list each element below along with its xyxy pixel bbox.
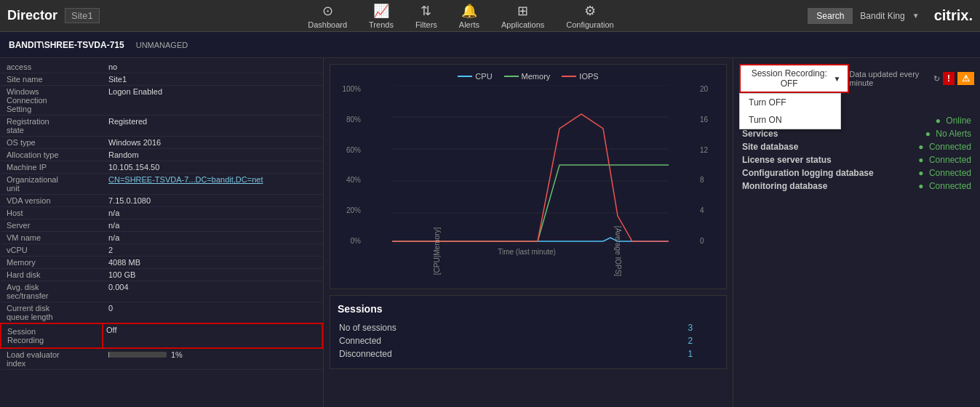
label-server: Server	[1, 219, 103, 232]
chart-legend: CPU Memory IOPS	[338, 72, 719, 81]
y-tick-right: 20	[700, 85, 708, 93]
value-memory: 4088 MB	[103, 257, 322, 269]
dropdown-turn-off[interactable]: Turn OFF	[740, 94, 840, 111]
sessions-panel: Sessions No of sessions 3 Connected 2 Di…	[330, 295, 727, 369]
y-axis-right: 20 16 12 8 4 0	[697, 85, 719, 245]
search-button[interactable]: Search	[808, 8, 853, 24]
value-vda-version: 7.15.0.1080	[103, 195, 322, 207]
label-windows-connection: WindowsConnectionSetting	[1, 86, 103, 116]
left-panel: access no Site name Site1 WindowsConnect…	[0, 58, 324, 407]
value-session-recording: Off	[103, 323, 322, 348]
table-row: Allocation type Random	[1, 149, 322, 161]
session-recording-row: SessionRecording Off	[1, 323, 322, 348]
legend-cpu: CPU	[458, 72, 492, 81]
unmanaged-badge: UNMANAGED	[136, 41, 188, 49]
label-os-type: OS type	[1, 137, 103, 149]
nav-alerts-label: Alerts	[459, 20, 479, 29]
table-row: Organizationalunit CN=SHREE-TSVDA-7...DC…	[1, 174, 322, 195]
label-machine-ip: Machine IP	[1, 161, 103, 174]
sessions-table: No of sessions 3 Connected 2 Disconnecte…	[338, 321, 719, 361]
status-dot-license: ●	[918, 155, 923, 165]
progress-bar-track	[108, 352, 167, 358]
label-host: Host	[1, 207, 103, 219]
chevron-down-icon: ▼	[833, 75, 840, 83]
filters-icon: ⇅	[421, 3, 431, 19]
y-tick-right: 16	[700, 116, 708, 124]
dashboard-icon: ⊙	[322, 3, 333, 19]
status-row-monitoring-db: Monitoring database ● Connected	[739, 180, 974, 193]
nav-configuration[interactable]: ⚙ Configuration	[566, 3, 613, 29]
sessions-value-disconnected: 1	[688, 348, 717, 360]
user-name: Bandit King	[860, 11, 904, 21]
nav-alerts[interactable]: 🔔 Alerts	[459, 3, 479, 29]
value-site-name: Site1	[103, 73, 322, 86]
nav-trends[interactable]: 📈 Trends	[369, 3, 394, 29]
status-value-monitoring-db: ● Connected	[885, 180, 974, 193]
alert-button[interactable]: !	[943, 72, 955, 85]
session-recording-button-label: Session Recording: OFF	[748, 68, 830, 89]
warning-button[interactable]: ⚠	[957, 72, 974, 85]
nav-filters-label: Filters	[415, 20, 437, 29]
sessions-row-disconnected: Disconnected 1	[339, 348, 717, 360]
status-label-monitoring-db: Monitoring database	[739, 180, 885, 193]
status-value-status: ● Online	[885, 114, 974, 127]
nav-filters[interactable]: ⇅ Filters	[415, 3, 437, 29]
nav-applications[interactable]: ⊞ Applications	[501, 3, 544, 29]
y-axis-left-label: [CPU|Memory]	[433, 227, 442, 275]
label-memory: Memory	[1, 257, 103, 269]
table-row: vCPU 2	[1, 244, 322, 257]
status-value-config-logging: ● Connected	[885, 166, 974, 180]
value-host: n/a	[103, 207, 322, 219]
status-online-text: Online	[946, 116, 971, 126]
nav-right: Search Bandit King ▼ citrix.	[808, 7, 973, 24]
value-registration-state: Registered	[103, 116, 322, 137]
status-license-text: Connected	[929, 155, 971, 165]
table-row: VDA version 7.15.0.1080	[1, 195, 322, 207]
y-axis-right-label: [Average IOPS]	[613, 226, 622, 276]
y-tick: 60%	[346, 146, 361, 154]
chart-svg	[364, 85, 697, 245]
trends-icon: 📈	[373, 3, 389, 19]
middle-panel: CPU Memory IOPS 100% 80% 60% 40%	[324, 58, 733, 407]
y-tick-right: 12	[700, 146, 708, 154]
table-row: Server n/a	[1, 219, 322, 232]
machine-name: BANDIT\SHREE-TSVDA-715	[9, 40, 124, 50]
cpu-legend-label: CPU	[475, 72, 492, 81]
value-avg-disk: 0.004	[103, 281, 322, 302]
label-vcpu: vCPU	[1, 244, 103, 257]
table-row: VM name n/a	[1, 232, 322, 244]
session-recording-button[interactable]: Session Recording: OFF ▼	[739, 64, 849, 93]
refresh-icon[interactable]: ↻	[933, 74, 940, 84]
y-tick-right: 0	[700, 237, 704, 245]
top-navigation: Director Site1 ⊙ Dashboard 📈 Trends ⇅ Fi…	[0, 0, 980, 32]
sessions-title: Sessions	[338, 303, 719, 315]
right-panel: Session Recording: OFF ▼ Turn OFF Turn O…	[733, 58, 980, 407]
dropdown-turn-on[interactable]: Turn ON	[740, 111, 840, 129]
nav-dashboard[interactable]: ⊙ Dashboard	[308, 3, 347, 29]
sessions-row-connected: Connected 2	[339, 335, 717, 347]
site-selector[interactable]: Site1	[65, 8, 100, 23]
status-row-config-logging: Configuration logging database ● Connect…	[739, 166, 974, 180]
y-tick-right: 4	[700, 206, 704, 214]
label-allocation-type: Allocation type	[1, 149, 103, 161]
user-dropdown-icon[interactable]: ▼	[912, 12, 920, 20]
table-row: Host n/a	[1, 207, 322, 219]
chart-area: 100% 80% 60% 40% 20% 0%	[338, 85, 719, 245]
citrix-logo: citrix.	[934, 7, 973, 24]
session-recording-dropdown: Turn OFF Turn ON	[739, 93, 841, 129]
table-row: Registrationstate Registered	[1, 116, 322, 137]
sessions-label-connected: Connected	[339, 335, 686, 347]
value-vcpu: 2	[103, 244, 322, 257]
status-monitoring-db-text: Connected	[929, 181, 971, 191]
table-row: Hard disk 100 GB	[1, 269, 322, 281]
value-allocation-type: Random	[103, 149, 322, 161]
y-tick: 100%	[342, 85, 361, 93]
label-site-name: Site name	[1, 73, 103, 86]
value-windows-connection: Logon Enabled	[103, 86, 322, 116]
table-row: WindowsConnectionSetting Logon Enabled	[1, 86, 322, 116]
legend-iops: IOPS	[562, 72, 598, 81]
breadcrumb: BANDIT\SHREE-TSVDA-715 UNMANAGED	[0, 32, 980, 58]
org-unit-link[interactable]: CN=SHREE-TSVDA-7...DC=bandit,DC=net	[108, 175, 263, 184]
progress-bar-fill	[108, 352, 109, 358]
value-os-type: Windows 2016	[103, 137, 322, 149]
